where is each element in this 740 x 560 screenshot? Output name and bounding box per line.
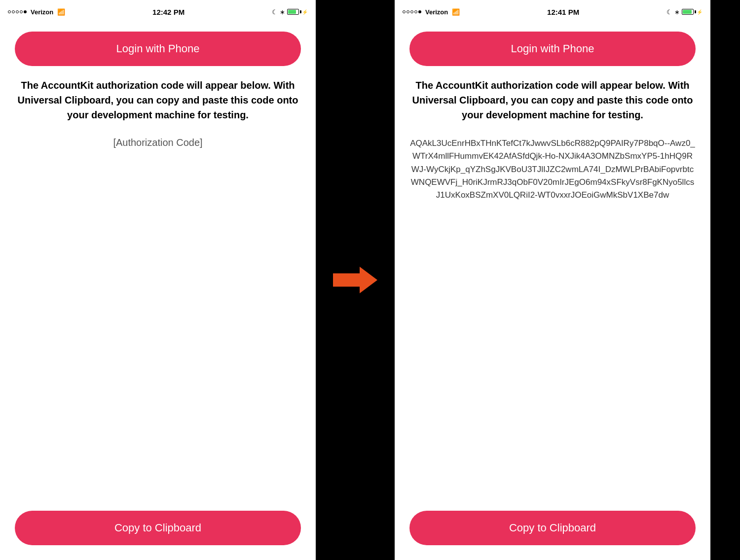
signal-dots-right [403, 10, 421, 13]
arrow-container [316, 0, 395, 560]
description-text-left: The AccountKit authorization code will a… [15, 78, 301, 122]
battery-right: ⚡ [682, 9, 703, 15]
battery-fill-right [683, 10, 692, 14]
lightning-right: ⚡ [697, 9, 703, 15]
battery-tip-left [300, 10, 301, 13]
battery-fill-left [288, 10, 296, 14]
dot2 [12, 10, 15, 13]
dot4 [20, 10, 23, 13]
carrier-name-left: Verizon [31, 8, 53, 16]
auth-code-placeholder: [Authorization Code] [113, 137, 202, 148]
rdot4 [414, 10, 417, 13]
status-left-left: Verizon 📶 [8, 8, 65, 16]
bluetooth-icon-left: ∗ [280, 8, 285, 16]
wifi-icon-right: 📶 [452, 8, 460, 16]
copy-button-left[interactable]: Copy to Clipboard [15, 511, 301, 545]
screen-content-left: Login with Phone The AccountKit authoriz… [0, 22, 316, 511]
description-text-right: The AccountKit authorization code will a… [409, 78, 696, 122]
carrier-name-right: Verizon [425, 8, 448, 16]
rdot3 [410, 10, 413, 13]
status-bar-right: Verizon 📶 12:41 PM ☾ ∗ ⚡ [395, 0, 710, 22]
time-left: 12:42 PM [152, 8, 185, 16]
dot1 [8, 10, 11, 13]
status-left-right: Verizon 📶 [403, 8, 460, 16]
status-right-right: ☾ ∗ ⚡ [666, 8, 703, 16]
dot5 [24, 10, 27, 13]
auth-code-text: AQAkL3UcEnrHBxTHnKTefCt7kJwwvSLb6cR882pQ… [409, 137, 696, 202]
lightning-left: ⚡ [302, 9, 308, 15]
rdot1 [403, 10, 406, 13]
dot3 [16, 10, 19, 13]
battery-body-left [287, 9, 299, 15]
svg-marker-0 [333, 267, 377, 293]
copy-button-right[interactable]: Copy to Clipboard [409, 511, 696, 545]
status-bar-left: Verizon 📶 12:42 PM ☾ ∗ ⚡ [0, 0, 316, 22]
wifi-icon-left: 📶 [57, 8, 65, 16]
rdot2 [407, 10, 409, 13]
battery-tip-right [695, 10, 696, 13]
screen-content-right: Login with Phone The AccountKit authoriz… [395, 22, 710, 511]
bottom-area-left: Copy to Clipboard [0, 511, 316, 560]
phone-screen-before: Verizon 📶 12:42 PM ☾ ∗ ⚡ Login with Phon… [0, 0, 316, 560]
time-right: 12:41 PM [547, 8, 579, 16]
moon-icon-right: ☾ [666, 8, 672, 16]
signal-dots [8, 10, 27, 13]
login-button-left[interactable]: Login with Phone [15, 32, 301, 66]
battery-body-right [682, 9, 694, 15]
login-button-right[interactable]: Login with Phone [409, 32, 696, 66]
bluetooth-icon-right: ∗ [674, 8, 680, 16]
rdot5 [418, 10, 421, 13]
phone-screen-after: Verizon 📶 12:41 PM ☾ ∗ ⚡ Login with Phon… [395, 0, 710, 560]
arrow-icon [333, 265, 377, 295]
status-right-left: ☾ ∗ ⚡ [272, 8, 308, 16]
battery-left: ⚡ [287, 9, 308, 15]
moon-icon-left: ☾ [272, 8, 278, 16]
bottom-area-right: Copy to Clipboard [395, 511, 710, 560]
